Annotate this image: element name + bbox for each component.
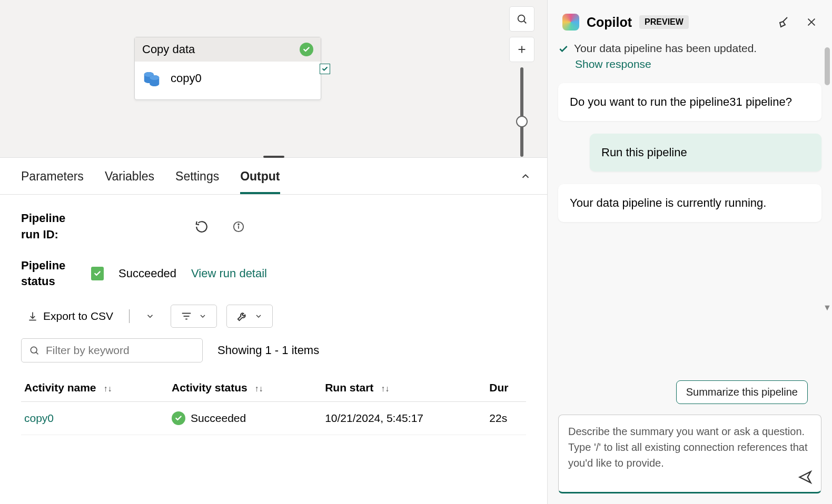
sort-icon: ↑↓ <box>381 384 389 393</box>
compose-box[interactable]: Describe the summary you want or ask a q… <box>558 415 821 493</box>
activity-title: Copy data <box>142 43 195 56</box>
chevron-down-icon <box>254 312 263 320</box>
output-panel: Pipeline run ID: Pipeline status Succeed… <box>0 195 547 504</box>
activity-node-body: copy0 <box>135 62 321 99</box>
run-id-row: Pipeline run ID: <box>21 210 526 243</box>
refresh-icon <box>195 220 209 234</box>
status-label: Pipeline status <box>21 258 76 290</box>
broom-icon <box>777 16 790 28</box>
tab-parameters[interactable]: Parameters <box>21 169 84 194</box>
chevron-down-icon <box>145 311 155 321</box>
send-icon <box>798 470 813 485</box>
row-duration: 22s <box>489 412 507 424</box>
plus-icon <box>516 44 528 55</box>
zoom-in-button[interactable] <box>509 37 534 62</box>
activity-node-header: Copy data <box>135 37 321 62</box>
table-row[interactable]: copy0 Succeeded 10/21/2024, 5:45:17 22s <box>21 402 526 435</box>
zoom-handle[interactable] <box>516 116 528 127</box>
search-icon <box>29 345 39 356</box>
run-id-label: Pipeline run ID: <box>21 210 76 243</box>
wrench-icon <box>236 310 248 322</box>
preview-badge: PREVIEW <box>639 15 689 29</box>
suggestion-chip[interactable]: Summarize this pipeline <box>676 380 808 404</box>
scroll-thumb[interactable] <box>825 47 830 85</box>
filter-input[interactable] <box>21 338 203 362</box>
copilot-logo-icon <box>562 14 579 31</box>
col-activity-status[interactable]: Activity status ↑↓ <box>169 374 322 402</box>
sort-icon: ↑↓ <box>254 384 263 393</box>
tab-settings[interactable]: Settings <box>175 169 219 194</box>
download-icon <box>27 311 38 321</box>
search-icon <box>516 13 528 25</box>
copilot-panel: Copilot PREVIEW Your data pipeline has b… <box>548 0 832 504</box>
show-response-link[interactable]: Show response <box>558 58 821 70</box>
user-message: Run this pipeline <box>590 134 821 172</box>
col-run-start[interactable]: Run start ↑↓ <box>322 374 486 402</box>
row-status: Succeeded <box>191 412 246 425</box>
sort-icon: ↑↓ <box>103 384 112 393</box>
svg-point-4 <box>518 15 525 22</box>
info-button[interactable] <box>233 221 244 233</box>
export-csv-label: Export to CSV <box>43 310 113 322</box>
activity-name-link[interactable]: copy0 <box>24 412 54 424</box>
zoom-slider[interactable] <box>520 67 523 157</box>
svg-line-17 <box>36 352 38 355</box>
tab-output[interactable]: Output <box>240 169 280 194</box>
collapse-panel-button[interactable] <box>520 170 531 182</box>
output-toolbar: Export to CSV <box>21 305 526 328</box>
close-icon <box>806 16 817 28</box>
status-value: Succeeded <box>118 267 176 280</box>
svg-point-10 <box>238 224 239 225</box>
clear-chat-button[interactable] <box>777 16 790 28</box>
chat-scroll-area[interactable]: Your data pipeline has been updated. Sho… <box>548 39 832 370</box>
compose-placeholder: Describe the summary you want or ask a q… <box>568 424 811 471</box>
chevron-down-icon <box>199 312 207 320</box>
row-start: 10/21/2024, 5:45:17 <box>325 412 423 424</box>
refresh-button[interactable] <box>195 220 209 234</box>
pipeline-canvas[interactable]: Copy data copy0 <box>0 0 547 158</box>
success-branch-icon[interactable] <box>320 64 330 74</box>
col-activity-name[interactable]: Activity name ↑↓ <box>21 374 169 402</box>
success-icon <box>300 43 313 56</box>
status-succeeded-icon <box>91 267 104 280</box>
svg-point-3 <box>150 75 159 80</box>
svg-point-16 <box>31 347 37 354</box>
export-dropdown[interactable] <box>139 307 161 325</box>
copilot-title: Copilot <box>587 15 632 30</box>
database-icon <box>142 69 161 88</box>
scroll-down-icon[interactable]: ▼ <box>823 303 831 313</box>
filter-columns-button[interactable] <box>171 305 217 328</box>
info-icon <box>233 221 244 233</box>
export-csv-button[interactable]: Export to CSV <box>21 306 120 327</box>
view-run-detail-link[interactable]: View run detail <box>191 267 267 280</box>
close-panel-button[interactable] <box>806 16 817 28</box>
activity-node-copy[interactable]: Copy data copy0 <box>134 37 321 100</box>
copilot-header: Copilot PREVIEW <box>548 0 832 39</box>
filter-keyword-field[interactable] <box>46 344 195 357</box>
activity-runs-table: Activity name ↑↓ Activity status ↑↓ Run … <box>21 374 526 435</box>
status-row: Pipeline status Succeeded View run detai… <box>21 258 526 290</box>
search-button[interactable] <box>509 6 534 32</box>
showing-count: Showing 1 - 1 items <box>217 344 319 357</box>
canvas-controls <box>509 6 534 157</box>
svg-line-5 <box>524 21 527 24</box>
tools-button[interactable] <box>226 305 273 328</box>
divider <box>129 309 130 323</box>
activity-name: copy0 <box>171 72 202 85</box>
assistant-message: Do you want to run the pipeline31 pipeli… <box>558 83 821 121</box>
check-icon <box>558 44 569 54</box>
filter-lines-icon <box>181 310 192 322</box>
bottom-tabs: Parameters Variables Settings Output <box>0 158 547 195</box>
chat-scrollbar[interactable]: ▼ <box>825 47 830 300</box>
send-button[interactable] <box>798 470 813 485</box>
truncated-message: Your data pipeline has been updated. <box>574 42 757 55</box>
col-duration[interactable]: Dur <box>486 374 526 402</box>
chevron-up-icon <box>520 170 531 182</box>
success-icon <box>172 411 185 425</box>
main-panel: Copy data copy0 <box>0 0 548 504</box>
assistant-message: Your data pipeline is currently running. <box>558 184 821 222</box>
tab-variables[interactable]: Variables <box>105 169 154 194</box>
